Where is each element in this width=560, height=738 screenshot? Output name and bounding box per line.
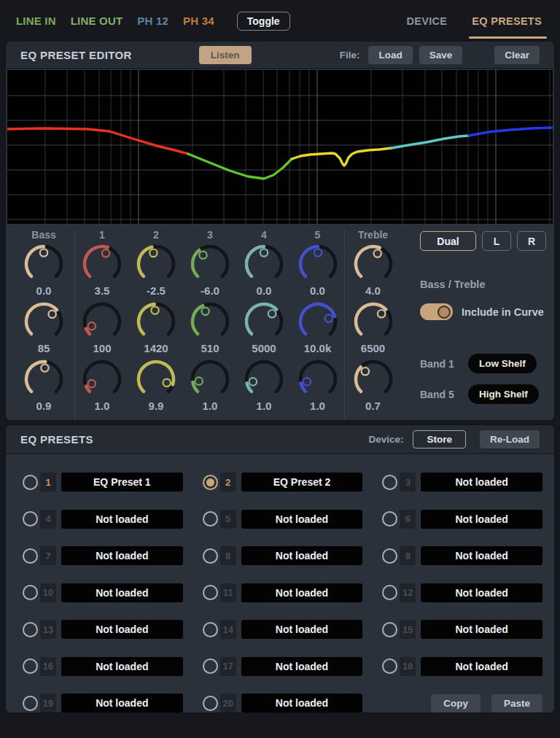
knob-band-2-freq[interactable] <box>136 301 176 342</box>
knob-bass-gain[interactable] <box>23 244 64 284</box>
paste-button[interactable]: Paste <box>491 694 542 712</box>
preset-radio-8[interactable] <box>203 548 218 564</box>
include-in-curve-toggle[interactable] <box>420 303 453 320</box>
preset-name-field-11[interactable]: Not loaded <box>241 583 363 602</box>
channel-ph-34[interactable]: PH 34 <box>183 15 214 27</box>
preset-slot-6: 6 Not loaded <box>382 510 542 529</box>
presets-header: EQ PRESETS Device: Store Re-Load <box>6 425 554 454</box>
preset-name-field-14[interactable]: Not loaded <box>241 620 363 639</box>
preset-number: 13 <box>40 620 56 639</box>
preset-name-field-20[interactable]: Not loaded <box>241 694 363 712</box>
preset-name-field-13[interactable]: Not loaded <box>61 620 183 639</box>
preset-radio-9[interactable] <box>382 548 397 564</box>
preset-radio-2[interactable] <box>203 475 218 490</box>
preset-name-field-2[interactable]: EQ Preset 2 <box>241 473 363 492</box>
include-in-curve-label: Include in Curve <box>462 306 544 318</box>
left-button[interactable]: L <box>482 231 511 251</box>
preset-name-field-7[interactable]: Not loaded <box>61 546 183 565</box>
preset-radio-13[interactable] <box>23 622 38 637</box>
preset-name-field-16[interactable]: Not loaded <box>61 657 183 676</box>
preset-radio-17[interactable] <box>203 659 218 674</box>
knob-value-band-1-freq: 100 <box>93 342 111 357</box>
preset-name-field-8[interactable]: Not loaded <box>241 546 363 565</box>
preset-radio-7[interactable] <box>23 548 38 564</box>
knob-band-1-gain[interactable] <box>82 244 122 284</box>
preset-radio-12[interactable] <box>382 585 397 600</box>
preset-radio-18[interactable] <box>382 659 397 674</box>
copy-button[interactable]: Copy <box>431 694 481 712</box>
band1-label: Band 1 <box>420 358 458 370</box>
knob-treble-freq[interactable] <box>353 301 394 342</box>
preset-radio-4[interactable] <box>23 511 38 527</box>
knob-band-4-gain[interactable] <box>244 244 284 284</box>
bass-treble-label: Bass / Treble <box>420 279 554 290</box>
store-button[interactable]: Store <box>413 430 466 448</box>
preset-radio-5[interactable] <box>203 511 218 527</box>
eq-preset-editor-panel: EQ PRESET EDITOR Listen File: Load Save … <box>6 42 554 420</box>
band1-type-button[interactable]: Low Shelf <box>468 354 537 373</box>
knob-treble-gain[interactable] <box>353 244 394 284</box>
preset-name-field-4[interactable]: Not loaded <box>61 510 183 529</box>
knob-bass-q[interactable] <box>23 359 64 400</box>
knob-band-5-freq[interactable] <box>298 301 338 342</box>
right-button[interactable]: R <box>517 231 546 251</box>
preset-radio-3[interactable] <box>382 475 397 490</box>
reload-button[interactable]: Re-Load <box>480 430 540 448</box>
knob-value-band-4-gain: 0.0 <box>257 284 272 300</box>
channel-controls: Dual L R Bass / Treble Include in Curve … <box>401 229 554 420</box>
knob-band-1-q[interactable] <box>82 359 122 400</box>
knob-band-2-gain[interactable] <box>136 244 176 284</box>
preset-name-field-17[interactable]: Not loaded <box>241 657 363 676</box>
preset-name-field-6[interactable]: Not loaded <box>421 510 542 529</box>
knob-treble-q[interactable] <box>353 359 394 400</box>
preset-radio-11[interactable] <box>203 585 218 600</box>
dual-button[interactable]: Dual <box>420 231 476 251</box>
knob-band-5-gain[interactable] <box>298 244 338 284</box>
preset-slot-5: 5 Not loaded <box>203 510 363 529</box>
preset-radio-15[interactable] <box>382 622 397 637</box>
clear-button[interactable]: Clear <box>494 46 540 64</box>
knob-value-treble-q: 0.7 <box>365 400 381 415</box>
preset-radio-1[interactable] <box>23 475 38 490</box>
knob-band-3-q[interactable] <box>190 359 230 400</box>
band5-type-button[interactable]: High Shelf <box>468 384 539 404</box>
toggle-button[interactable]: Toggle <box>237 12 290 31</box>
preset-name-field-18[interactable]: Not loaded <box>421 657 542 676</box>
preset-name-field-15[interactable]: Not loaded <box>421 620 542 639</box>
tab-eq-presets[interactable]: EQ PRESETS <box>472 0 542 42</box>
knob-band-3-gain[interactable] <box>190 244 230 284</box>
knob-band-5-q[interactable] <box>298 359 338 400</box>
preset-radio-10[interactable] <box>23 585 38 600</box>
load-button[interactable]: Load <box>368 46 412 64</box>
preset-name-field-9[interactable]: Not loaded <box>421 546 542 565</box>
knob-value-band-1-gain: 3.5 <box>95 284 110 300</box>
preset-name-field-5[interactable]: Not loaded <box>241 510 363 529</box>
preset-name-field-10[interactable]: Not loaded <box>61 583 183 602</box>
knob-bass-freq[interactable] <box>23 301 64 342</box>
save-button[interactable]: Save <box>419 46 463 64</box>
knob-band-4-freq[interactable] <box>244 301 284 342</box>
top-bar: LINE INLINE OUTPH 12PH 34 Toggle DEVICEE… <box>0 0 560 42</box>
preset-name-field-3[interactable]: Not loaded <box>421 473 542 492</box>
eq-curve-segment-1 <box>188 154 292 179</box>
knob-band-4-q[interactable] <box>244 359 284 400</box>
preset-name-field-1[interactable]: EQ Preset 1 <box>61 473 183 492</box>
preset-radio-19[interactable] <box>23 696 38 711</box>
channel-line-out[interactable]: LINE OUT <box>71 15 123 27</box>
preset-radio-16[interactable] <box>23 659 38 674</box>
knob-band-2-q[interactable] <box>136 359 176 400</box>
knob-band-3-freq[interactable] <box>190 301 230 342</box>
preset-name-field-12[interactable]: Not loaded <box>421 583 542 602</box>
knob-band-1-freq[interactable] <box>82 301 122 342</box>
preset-name-field-19[interactable]: Not loaded <box>61 694 183 712</box>
eq-curve-graph[interactable] <box>7 69 553 225</box>
preset-radio-20[interactable] <box>203 696 218 711</box>
preset-radio-6[interactable] <box>382 511 397 527</box>
preset-number: 14 <box>220 620 236 639</box>
channel-line-in[interactable]: LINE IN <box>16 15 56 27</box>
channel-ph-12[interactable]: PH 12 <box>137 15 168 27</box>
tab-device[interactable]: DEVICE <box>407 0 448 42</box>
listen-button[interactable]: Listen <box>199 46 252 64</box>
preset-radio-14[interactable] <box>203 622 218 637</box>
app-window: LINE INLINE OUTPH 12PH 34 Toggle DEVICEE… <box>0 0 560 738</box>
